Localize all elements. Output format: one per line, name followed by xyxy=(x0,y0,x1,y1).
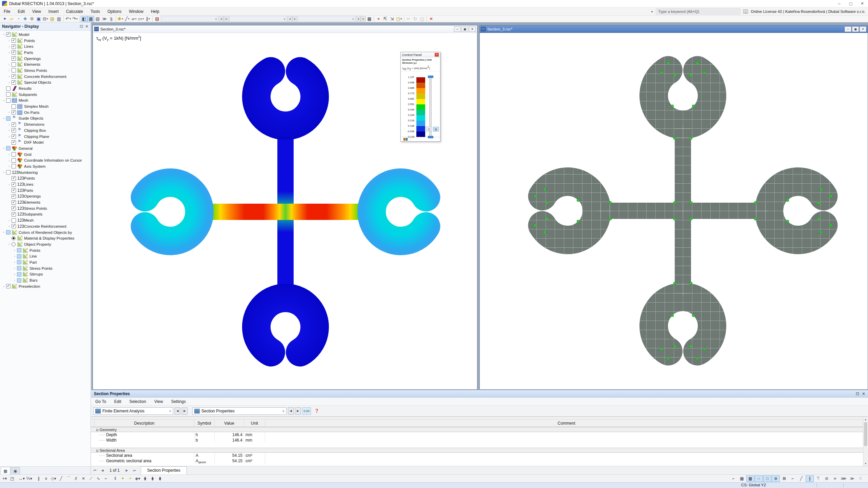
spline-icon[interactable]: ∿ xyxy=(95,475,102,482)
toolbar-combo[interactable]: ∨ xyxy=(161,16,218,22)
tree-item-points[interactable]: 123Points xyxy=(0,176,91,182)
snap-box-icon[interactable]: ⊠ xyxy=(780,475,788,482)
tree-item-parts[interactable]: 123Parts xyxy=(0,187,91,194)
combo-nav-icon[interactable]: ▸ xyxy=(292,16,297,22)
tree-radio[interactable] xyxy=(12,236,16,240)
tree-checkbox[interactable] xyxy=(6,92,11,97)
tree-expand-icon[interactable]: › xyxy=(7,135,12,138)
tree-item-mesh[interactable]: ›Mesh xyxy=(0,98,91,104)
tree-checkbox[interactable] xyxy=(12,38,16,43)
column-header-description[interactable]: Description xyxy=(95,420,194,427)
table-small-icon[interactable]: ▤ xyxy=(94,16,101,22)
snap-parallel-icon[interactable]: ∥ xyxy=(806,475,814,482)
tree-item-lines[interactable]: ›123Lines xyxy=(0,181,91,187)
tree-item-elements[interactable]: 123Elements xyxy=(0,199,91,205)
group-row-sectional-area[interactable]: ⊟ Sectional Area xyxy=(91,448,868,453)
column-header-value[interactable]: Value xyxy=(215,420,244,427)
table-row-width[interactable]: Widthb146.4mm xyxy=(91,438,868,443)
redo-icon[interactable]: ↷▾ xyxy=(72,16,78,22)
tree-checkbox[interactable] xyxy=(6,86,11,91)
axis-x-icon[interactable]: ⇱ xyxy=(382,16,389,22)
viewport-close-button[interactable]: ✕ xyxy=(860,26,866,32)
tree-checkbox[interactable] xyxy=(12,188,16,192)
tree-checkbox[interactable] xyxy=(6,170,11,175)
node-snap-icon[interactable]: ⌁ xyxy=(102,475,110,482)
zoom-reset-icon[interactable]: ⌖ xyxy=(375,16,382,22)
viewport-minimize-button[interactable]: ─ xyxy=(454,26,461,32)
tree-checkbox[interactable] xyxy=(12,200,16,205)
guides-1-icon[interactable]: ⋗ xyxy=(831,475,839,482)
bar-2-icon[interactable]: ⧫ xyxy=(149,475,156,482)
tree-item-axis-system[interactable]: ›Axis System xyxy=(0,163,91,169)
tree-expand-icon[interactable]: › xyxy=(7,50,12,54)
tree-expand-icon[interactable]: › xyxy=(7,183,12,186)
tree-checkbox[interactable] xyxy=(6,146,11,150)
row-gutter[interactable] xyxy=(91,420,95,427)
viewport-stress-caption[interactable]: Section_3.rsc* ─ ▣ ✕ xyxy=(93,25,477,33)
tree-expand-icon[interactable]: › xyxy=(7,68,12,72)
tree-item-points[interactable]: ›Points xyxy=(0,247,91,253)
tree-checkbox[interactable] xyxy=(6,116,11,121)
tree-checkbox[interactable] xyxy=(12,224,16,228)
comment-icon[interactable]: ◳▾ xyxy=(395,16,402,22)
toolbar-combo[interactable]: ∨ xyxy=(229,16,287,22)
column-header-symbol[interactable]: Symbol xyxy=(194,420,215,427)
tree-expand-icon[interactable]: › xyxy=(2,116,6,121)
collapse-icon[interactable]: ⊟ xyxy=(96,428,99,432)
tree-expand-icon[interactable]: › xyxy=(7,45,12,48)
tree-checkbox[interactable] xyxy=(12,134,16,139)
tables-toggle-icon[interactable]: ▦ xyxy=(87,16,94,22)
new-model-icon[interactable]: ✦ xyxy=(1,16,8,22)
delete-icon[interactable]: ✕ xyxy=(428,16,435,22)
analysis-type-combo[interactable]: Finite Element Analysis∨ xyxy=(93,407,173,415)
tree-item-special-objects[interactable]: ›Special Objects xyxy=(0,80,91,86)
tree-expand-icon[interactable]: › xyxy=(12,255,17,258)
intersect-icon[interactable]: ✕ xyxy=(80,475,87,482)
tree-expand-icon[interactable]: › xyxy=(12,279,17,282)
tree-checkbox[interactable] xyxy=(6,230,11,235)
tree-expand-icon[interactable]: › xyxy=(2,170,6,175)
tree-expand-icon[interactable]: › xyxy=(7,164,12,168)
tree-item-model[interactable]: ›Model xyxy=(0,32,91,38)
bar-3-icon[interactable]: ⧫ xyxy=(156,475,164,482)
combo-nav-icon[interactable]: ▸ xyxy=(224,16,229,22)
tree-expand-icon[interactable]: › xyxy=(7,110,12,114)
settings-icon[interactable]: ⚙ xyxy=(28,16,35,22)
line-fan-icon[interactable]: ∨ xyxy=(42,475,50,482)
viewport-minimize-button[interactable]: ─ xyxy=(845,26,851,32)
tree-item-dimensions[interactable]: ›Dimensions xyxy=(0,121,91,127)
panel-float-icon[interactable]: ⊡ xyxy=(856,391,859,396)
tree-expand-icon[interactable]: › xyxy=(7,39,12,42)
prev-page-button[interactable]: ◀ xyxy=(99,466,106,474)
panel-menu-settings[interactable]: Settings xyxy=(167,399,190,404)
tree-checkbox[interactable] xyxy=(12,158,16,163)
table-row-geometric-sectional-area[interactable]: Geometric sectional areaAgeom54.15cm² xyxy=(91,458,868,464)
tree-checkbox[interactable] xyxy=(12,206,16,210)
tree-expand-icon[interactable]: › xyxy=(12,272,17,276)
tree-item-general[interactable]: ›General xyxy=(0,145,91,151)
tree-item-material-display-properties[interactable]: Material & Display Properties xyxy=(0,235,91,241)
mirror-icon[interactable]: ◫ xyxy=(419,16,426,22)
menu-tools[interactable]: Tools xyxy=(87,9,104,14)
tree-item-parts[interactable]: ›Parts xyxy=(0,49,91,56)
scroll-thumb[interactable] xyxy=(864,422,867,446)
tree-checkbox[interactable] xyxy=(12,62,16,67)
section-properties-caption[interactable]: Section Properties ⊡ ✕ xyxy=(91,390,868,398)
snap-tangent-icon[interactable]: ⊤ xyxy=(814,475,822,482)
help-button[interactable]: ❓ xyxy=(312,407,321,415)
tree-checkbox[interactable] xyxy=(12,164,16,168)
tree-item-dxf-model[interactable]: DXF Model xyxy=(0,139,91,145)
work-plane-icon[interactable]: ◳ xyxy=(8,475,16,482)
snap-perp-icon[interactable]: ⌐ xyxy=(789,475,797,482)
new-line-icon[interactable]: ╱▾ xyxy=(124,16,131,22)
tree-item-concrete-reinforcement[interactable]: ›123Concrete Reinforcement xyxy=(0,223,91,229)
tree-item-preselection[interactable]: ›Preselection xyxy=(0,283,91,289)
tree-checkbox[interactable] xyxy=(17,254,21,259)
arc-icon[interactable]: ⌒ xyxy=(65,475,72,482)
search-expand-icon[interactable]: ▸ xyxy=(651,9,653,13)
menu-edit[interactable]: Edit xyxy=(14,9,28,14)
parallel-line-icon[interactable]: ⫻ xyxy=(72,475,80,482)
tree-item-openings[interactable]: 123Openings xyxy=(0,194,91,200)
mesh-settings-icon[interactable]: ▦ xyxy=(366,16,373,22)
scroll-up-icon[interactable]: ▲ xyxy=(863,417,868,422)
